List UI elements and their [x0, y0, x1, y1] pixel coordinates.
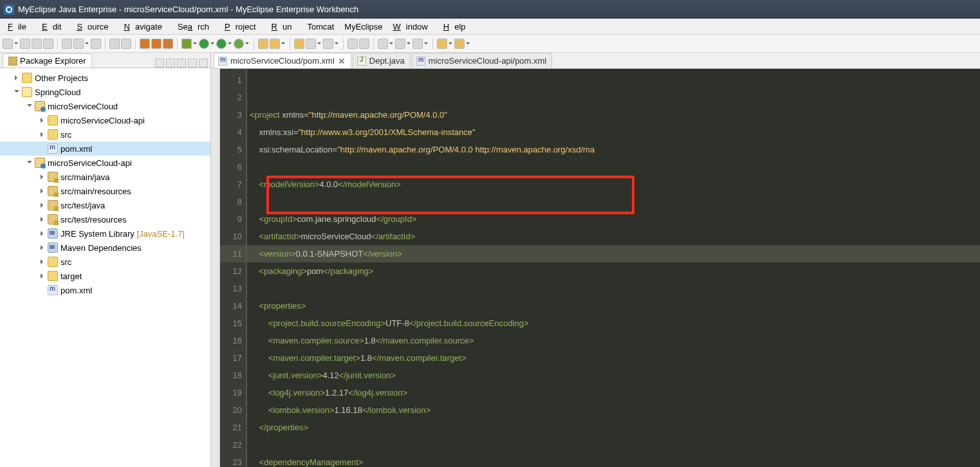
twisty-icon[interactable]	[39, 116, 46, 124]
nav3-icon[interactable]	[412, 39, 423, 49]
back-dropdown-icon[interactable]	[448, 39, 453, 49]
collapse-all-icon[interactable]	[166, 59, 175, 68]
maximize-icon[interactable]	[199, 59, 208, 68]
twisty-icon[interactable]	[39, 201, 46, 209]
menu-source[interactable]: Source	[71, 21, 118, 33]
server-dropdown-icon[interactable]	[85, 39, 89, 49]
browser-icon[interactable]	[91, 39, 101, 49]
fwd-dropdown-icon[interactable]	[466, 39, 470, 49]
nav1-dropdown-icon[interactable]	[389, 39, 394, 49]
editor-tab[interactable]: microServiceCloud/pom.xml	[214, 53, 351, 68]
opentype-icon[interactable]	[294, 39, 304, 49]
deploy-icon[interactable]	[62, 39, 72, 49]
run3-dropdown-icon[interactable]	[245, 39, 250, 49]
menu-project[interactable]: Project	[219, 21, 266, 33]
run3-icon[interactable]	[234, 39, 244, 49]
folder-icon	[48, 129, 58, 140]
twisty-icon[interactable]	[39, 215, 46, 223]
outline1-icon[interactable]	[347, 39, 358, 49]
twisty-icon[interactable]	[39, 258, 46, 266]
tree-item[interactable]: microServiceCloud	[0, 99, 210, 113]
fwd-icon[interactable]	[454, 39, 465, 49]
save-all-icon[interactable]	[32, 39, 42, 49]
link-editor-icon[interactable]	[155, 59, 164, 68]
nav2-icon[interactable]	[395, 39, 405, 49]
editor-tab[interactable]: Dept.java	[353, 53, 411, 68]
nav2-dropdown-icon[interactable]	[407, 39, 411, 49]
paste-icon[interactable]	[121, 39, 131, 49]
cut-icon[interactable]	[109, 39, 120, 49]
tree-item[interactable]: microServiceCloud-api	[0, 156, 210, 170]
twisty-icon[interactable]	[39, 173, 46, 181]
menu-myeclipse[interactable]: MyEclipse	[339, 21, 387, 33]
minimize-icon[interactable]	[188, 59, 197, 68]
tree-item-label: Maven Dependencies	[60, 243, 142, 253]
menu-edit[interactable]: Edit	[37, 21, 71, 33]
run-dropdown-icon[interactable]	[210, 39, 215, 49]
code-editor[interactable]: 1234567891011121314151617181920212223 <p…	[211, 69, 980, 467]
tree-item[interactable]: src/main/resources	[0, 184, 210, 198]
newpkg-icon[interactable]	[258, 39, 268, 49]
jar-icon	[48, 228, 58, 239]
tree-item[interactable]: src/test/resources	[0, 212, 210, 226]
debug-dropdown-icon[interactable]	[193, 39, 198, 49]
menu-tomcat[interactable]: Tomcat	[302, 21, 339, 33]
menu-navigate[interactable]: Navigate	[119, 21, 172, 33]
debug-icon[interactable]	[181, 39, 192, 49]
twisty-icon[interactable]	[26, 159, 33, 167]
new-icon[interactable]	[3, 39, 13, 49]
window-title: MyEclipse Java Enterprise - microService…	[18, 5, 358, 14]
back-icon[interactable]	[437, 39, 447, 49]
package-explorer-tree[interactable]: Other ProjectsSpringCloudmicroServiceClo…	[0, 68, 210, 467]
print-icon[interactable]	[43, 39, 53, 49]
task-icon[interactable]	[323, 39, 333, 49]
close-icon[interactable]	[338, 57, 346, 65]
editor-code[interactable]: <project xmlns="http://maven.apache.org/…	[247, 69, 980, 467]
twisty-icon[interactable]	[39, 244, 46, 252]
twisty-icon[interactable]	[39, 187, 46, 195]
tree-item[interactable]: pom.xml	[0, 283, 210, 297]
tree-item[interactable]: Other Projects	[0, 71, 210, 85]
tree-item[interactable]: target	[0, 269, 210, 283]
menu-window[interactable]: Window	[388, 21, 438, 33]
run2-icon[interactable]	[216, 39, 227, 49]
tree-item[interactable]: SpringCloud	[0, 85, 210, 99]
tree-item[interactable]: src/test/java	[0, 198, 210, 212]
newcls-dropdown-icon[interactable]	[281, 39, 286, 49]
search2-dropdown-icon[interactable]	[317, 39, 322, 49]
cat-icon[interactable]	[140, 39, 150, 49]
tree-item[interactable]: src/main/java	[0, 170, 210, 184]
menu-run[interactable]: Run	[266, 21, 302, 33]
run2-dropdown-icon[interactable]	[228, 39, 232, 49]
outline2-icon[interactable]	[359, 39, 369, 49]
tree-item[interactable]: Maven Dependencies	[0, 241, 210, 255]
editor-tab[interactable]: microServiceCloud-api/pom.xml	[412, 53, 553, 68]
menu-file[interactable]: File	[3, 21, 37, 33]
twisty-icon[interactable]	[39, 230, 46, 237]
cat2-icon[interactable]	[151, 39, 162, 49]
search2-icon[interactable]	[306, 39, 316, 49]
twisty-icon[interactable]	[26, 102, 33, 110]
nav1-icon[interactable]	[378, 39, 388, 49]
tree-item[interactable]: src	[0, 255, 210, 269]
twisty-icon[interactable]	[13, 88, 21, 96]
save-icon[interactable]	[20, 39, 30, 49]
tree-item[interactable]: pom.xml	[0, 142, 210, 156]
server-icon[interactable]	[73, 39, 84, 49]
new-dropdown-icon[interactable]	[14, 39, 19, 49]
run-icon[interactable]	[199, 39, 209, 49]
menu-help[interactable]: Help	[438, 21, 476, 33]
view-menu-icon[interactable]	[177, 59, 186, 68]
tree-item[interactable]: JRE System Library [JavaSE-1.7]	[0, 226, 210, 241]
task-dropdown-icon[interactable]	[335, 39, 339, 49]
cat3-icon[interactable]	[163, 39, 173, 49]
menu-search[interactable]: Search	[172, 21, 219, 33]
nav3-dropdown-icon[interactable]	[424, 39, 429, 49]
newcls-icon[interactable]	[270, 39, 280, 49]
tree-item[interactable]: src	[0, 127, 210, 142]
twisty-icon[interactable]	[39, 272, 46, 280]
tree-item[interactable]: microServiceCloud-api	[0, 113, 210, 127]
twisty-icon[interactable]	[39, 131, 46, 138]
twisty-icon[interactable]	[13, 74, 21, 82]
package-explorer-tab[interactable]: Package Explorer	[3, 53, 92, 68]
